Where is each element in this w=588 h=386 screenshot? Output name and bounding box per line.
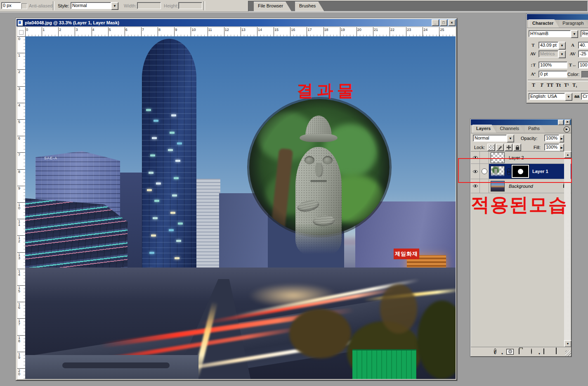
language-dropdown[interactable]: English: USA ▼ [529,93,572,101]
slider-arrow-icon[interactable]: ▶ [559,144,564,152]
maximize-button[interactable]: □ [440,19,447,26]
adjustment-layer-button[interactable]: ▼ [531,349,538,355]
applied-annotation-text: 적용된모습 [471,192,568,217]
ruler-number: 24 [423,28,427,32]
layer-style-button[interactable]: f▼ [494,349,501,355]
opacity-label: Opacity: [521,136,537,141]
height-input[interactable] [178,2,202,9]
canvas[interactable]: SAE-A [25,36,456,379]
minimize-button[interactable]: _ [558,120,564,125]
tab-brushes[interactable]: Brushes [295,2,324,11]
opacity-control[interactable]: 100% ▶ [544,135,564,142]
chevron-down-icon[interactable]: ▼ [558,42,566,50]
lock-transparency-button[interactable] [487,144,495,151]
ruler-number: 15 [274,28,279,32]
font-size-dropdown[interactable]: 43.09 pt ▼ [538,42,566,50]
ruler-number: 13 [241,28,246,32]
character-palette-tabs: Character Paragraph [527,20,588,28]
building-sign-text: SAE-A [44,156,57,160]
slider-arrow-icon[interactable]: ▶ [559,135,564,142]
ruler-number: 3 [18,87,21,90]
vertical-scale-value[interactable]: 100% [538,62,567,69]
blend-mode-dropdown[interactable]: Normal ▼ [473,135,514,142]
tab-layers[interactable]: Layers [472,125,496,133]
kerning-value[interactable]: Metrics [538,50,558,57]
divider [528,91,588,92]
document-title-bar[interactable]: pla04048.jpg @ 33.3% (Layer 1, Layer Mas… [17,19,456,26]
layers-palette: _ ✕ Layers Channels Paths ▶ Normal ▼ Opa… [470,119,571,357]
tab-file-browser[interactable]: File Browser [254,2,291,11]
close-button[interactable]: × [448,19,456,26]
font-size-value[interactable]: 43.09 pt [538,42,558,49]
scroll-down-icon[interactable]: ▼ [564,340,571,347]
font-family-dropdown[interactable]: HYnamB ▼ [529,30,578,38]
faux-style-buttons: TTTTTtT¹T₁ [529,82,579,88]
new-layer-button[interactable] [543,349,551,355]
baseline-shift-value[interactable]: 0 pt [538,71,567,78]
chevron-down-icon[interactable]: ▼ [558,50,566,58]
close-icon[interactable]: ✕ [564,120,570,125]
layers-palette-title-bar[interactable]: _ ✕ [471,119,571,125]
width-input[interactable] [137,2,161,9]
ruler-number: 16 [291,28,295,32]
lock-all-button[interactable] [513,144,521,151]
palette-menu-icon[interactable]: ▶ [564,126,570,133]
ruler-origin-box[interactable] [17,27,26,37]
chevron-down-icon[interactable]: ▼ [565,93,572,101]
photo-trees [380,284,417,334]
leading-value[interactable]: 40. [578,42,588,49]
lit-window [149,252,154,254]
opacity-value[interactable]: 100% [544,135,559,142]
fill-control[interactable]: 100% ▶ [544,144,564,152]
faux-style-button[interactable]: T¹ [562,82,571,88]
blend-mode-value[interactable]: Normal [473,135,507,142]
font-style-value[interactable]: Regu [581,30,588,37]
ruler-number: 14 [258,28,262,32]
anti-aliased-checkbox[interactable] [21,3,27,9]
ruler-number: 6 [125,28,128,32]
feather-px-input[interactable]: 0 px [1,2,21,9]
ruler-number: 2 [18,70,21,73]
style-dropdown[interactable]: Normal ▼ [71,2,118,10]
faux-style-button[interactable]: TT [546,82,554,88]
options-divider [53,1,54,10]
scroll-up-icon[interactable]: ▲ [564,151,571,158]
chevron-down-icon[interactable]: ▼ [111,2,118,10]
layer-name[interactable]: Background [509,184,533,189]
h-ruler[interactable]: 0123456789101112131415161718192021222324… [25,27,456,37]
ruler-number: 19 [341,28,345,32]
lock-position-button[interactable] [505,144,512,151]
delete-layer-button[interactable] [556,349,563,355]
lock-pixels-button[interactable] [496,144,504,151]
font-family-value[interactable]: HYnamB [529,30,571,37]
language-value[interactable]: English: USA [529,93,565,100]
tab-paragraph[interactable]: Paragraph [559,20,588,28]
tab-channels[interactable]: Channels [496,125,524,133]
new-group-button[interactable] [519,349,526,355]
faux-style-button[interactable]: T [529,82,538,88]
faux-style-button[interactable]: Tt [554,82,562,88]
kerning-dropdown[interactable]: Metrics ▼ [538,50,566,58]
tab-paths[interactable]: Paths [525,125,545,133]
tab-character[interactable]: Character [529,19,559,28]
minimize-button[interactable]: _ [432,19,439,26]
statue-hat-brim [300,134,338,142]
style-dropdown-value[interactable]: Normal [71,2,111,9]
faux-style-button[interactable]: T₁ [571,82,579,88]
ruler-number: 7 [142,28,144,32]
horizontal-scale-value[interactable]: 100 [578,62,588,69]
tool-options-bar: 0 px Anti-aliased Style: Normal ▼ Width:… [0,0,588,12]
fill-value[interactable]: 100% [544,144,559,151]
chevron-down-icon[interactable]: ▼ [507,135,514,142]
tracking-value[interactable]: -25 [578,50,588,57]
faux-style-button[interactable]: T [538,82,546,88]
v-ruler[interactable]: 01234567891011121314151617181920 [17,36,26,379]
anti-alias-value[interactable]: Cr [581,93,588,100]
chevron-down-icon[interactable]: ▼ [571,30,578,38]
add-layer-mask-button[interactable] [506,349,514,355]
resize-grip[interactable] [565,350,571,356]
text-color-swatch[interactable] [581,71,588,78]
photo-trees [289,309,351,358]
ruler-number: 4 [92,28,94,32]
character-palette-title-bar[interactable] [527,14,588,20]
